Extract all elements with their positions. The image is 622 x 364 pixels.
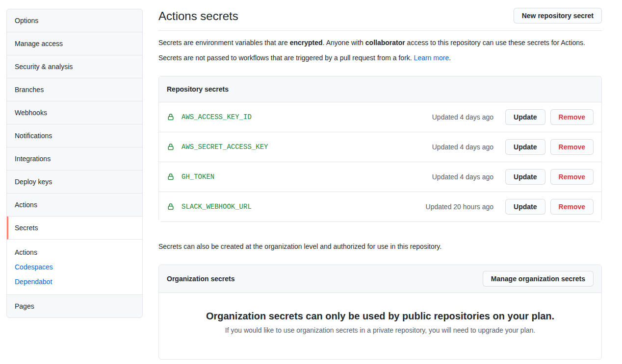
secrets-subnav: Actions Codespaces Dependabot [7,240,142,295]
description-text: Secrets are environment variables that a… [158,39,290,47]
secret-updated: Updated 4 days ago [432,143,493,151]
remove-secret-button[interactable]: Remove [550,139,594,155]
org-secrets-note: Secrets can also be created at the organ… [158,242,602,252]
org-secrets-blankslate: Organization secrets can only be used by… [159,293,601,359]
secret-updated: Updated 20 hours ago [426,203,494,211]
secrets-description: Secrets are environment variables that a… [158,38,602,63]
remove-secret-button[interactable]: Remove [550,199,594,215]
secret-row: GH_TOKEN Updated 4 days ago Update Remov… [159,162,601,192]
page-title: Actions secrets [158,8,238,24]
update-secret-button[interactable]: Update [505,199,545,215]
settings-sidebar: Options Manage access Security & analysi… [6,9,143,318]
sidebar-item-pages[interactable]: Pages [7,295,142,317]
actions-secrets-page: Actions secrets New repository secret Se… [158,8,602,360]
new-repository-secret-button[interactable]: New repository secret [514,8,602,24]
manage-organization-secrets-button[interactable]: Manage organization secrets [483,271,594,287]
page-header: Actions secrets New repository secret [158,8,602,31]
secret-name: AWS_SECRET_ACCESS_KEY [181,143,268,151]
learn-more-link[interactable]: Learn more [414,54,449,62]
sidebar-item-deploy-keys[interactable]: Deploy keys [7,170,142,194]
secret-name: SLACK_WEBHOOK_URL [181,203,252,211]
secret-updated: Updated 4 days ago [432,113,493,121]
organization-secrets-box: Organization secrets Manage organization… [158,265,602,360]
secret-row: SLACK_WEBHOOK_URL Updated 20 hours ago U… [159,192,601,221]
description-text: . Anyone with [323,39,365,47]
subnav-item-dependabot[interactable]: Dependabot [15,277,134,287]
organization-secrets-header: Organization secrets Manage organization… [159,265,601,293]
sidebar-item-branches[interactable]: Branches [7,78,142,101]
lock-icon [167,203,175,211]
sidebar-item-manage-access[interactable]: Manage access [7,32,142,55]
secret-updated: Updated 4 days ago [432,173,493,181]
repository-secrets-header: Repository secrets [159,76,601,102]
sidebar-item-options[interactable]: Options [7,9,142,32]
sidebar-item-secrets[interactable]: Secrets [7,217,142,240]
update-secret-button[interactable]: Update [505,169,545,185]
sidebar-item-notifications[interactable]: Notifications [7,124,142,147]
subnav-item-actions[interactable]: Actions [15,247,134,257]
description-bold-collaborator: collaborator [365,39,405,47]
lock-icon [167,173,175,181]
sidebar-item-actions[interactable]: Actions [7,194,142,217]
sidebar-item-webhooks[interactable]: Webhooks [7,101,142,124]
blankslate-title: Organization secrets can only be used by… [179,311,582,322]
update-secret-button[interactable]: Update [505,139,545,155]
description-line-1: Secrets are environment variables that a… [158,38,602,48]
remove-secret-button[interactable]: Remove [550,169,594,185]
sidebar-item-integrations[interactable]: Integrations [7,147,142,170]
description-line-2: Secrets are not passed to workflows that… [158,53,602,63]
update-secret-button[interactable]: Update [505,109,545,125]
subnav-item-codespaces[interactable]: Codespaces [15,262,134,272]
sidebar-item-security-analysis[interactable]: Security & analysis [7,55,142,78]
repository-secrets-box: Repository secrets AWS_ACCESS_KEY_ID Upd… [158,76,602,222]
secret-name: GH_TOKEN [181,173,214,181]
description-text: . [449,54,451,62]
organization-secrets-title: Organization secrets [167,274,235,284]
description-text: Secrets are not passed to workflows that… [158,54,414,62]
lock-icon [167,143,175,151]
secret-row: AWS_SECRET_ACCESS_KEY Updated 4 days ago… [159,132,601,162]
secret-name: AWS_ACCESS_KEY_ID [181,113,252,121]
description-text: access to this repository can use these … [405,39,585,47]
remove-secret-button[interactable]: Remove [550,109,594,125]
description-bold-encrypted: encrypted [290,39,323,47]
blankslate-text: If you would like to use organization se… [179,325,582,336]
secret-row: AWS_ACCESS_KEY_ID Updated 4 days ago Upd… [159,102,601,132]
lock-icon [167,113,175,121]
